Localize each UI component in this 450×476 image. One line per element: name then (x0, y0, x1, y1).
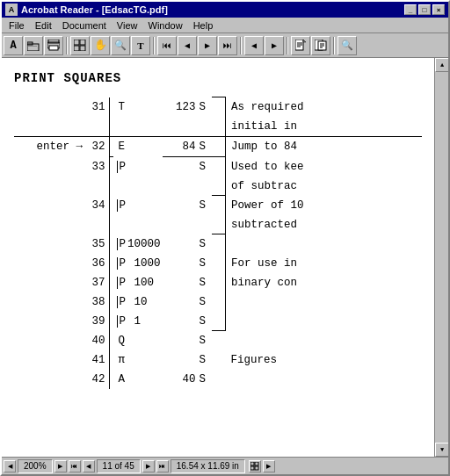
row-val: 40 (163, 370, 198, 389)
tool-zoom-btn[interactable]: 🔍 (111, 36, 130, 55)
row-val (163, 292, 198, 312)
maximize-button[interactable]: □ (418, 4, 431, 15)
row-code (113, 117, 163, 137)
row-code: π (113, 350, 163, 370)
row-code: P10000 (113, 234, 163, 254)
tool-next-btn[interactable]: ▶ (198, 36, 217, 55)
tool-prev-btn[interactable]: ◀ (178, 36, 197, 55)
menu-file[interactable]: File (4, 19, 30, 32)
row-desc: of subtrac (226, 177, 422, 196)
page-prev-btn[interactable]: ⏮ (69, 460, 81, 472)
menu-bar: File Edit Document View Window Help (2, 18, 448, 33)
row-desc (226, 331, 422, 350)
row-val (163, 254, 198, 273)
row-desc: binary con (226, 273, 422, 292)
row-desc: Used to kee (226, 156, 422, 177)
toolbar-sep-3 (240, 37, 242, 54)
svg-rect-7 (80, 40, 85, 45)
toolbar-sep-5 (333, 37, 335, 54)
row-bracket (212, 196, 226, 215)
row-val (163, 234, 198, 254)
tool-text-btn[interactable]: T (131, 36, 150, 55)
page-back-btn[interactable]: ◀ (83, 460, 95, 472)
menu-window[interactable]: Window (143, 19, 188, 32)
row-num (84, 177, 109, 196)
row-num: 37 (84, 273, 109, 292)
vertical-scrollbar[interactable]: ▲ ▼ (434, 58, 448, 457)
menu-help[interactable]: Help (188, 19, 219, 32)
minimize-button[interactable]: _ (404, 4, 417, 15)
page-last-btn[interactable]: ⏭ (156, 460, 169, 472)
row-bracket (212, 117, 226, 137)
row-val (163, 312, 198, 331)
zoom-level: 200% (18, 459, 53, 473)
row-s: S (198, 350, 212, 370)
row-s: S (198, 196, 212, 215)
row-val: 123 (163, 97, 198, 117)
row-desc: Power of 10 (226, 196, 422, 215)
row-label (14, 156, 84, 177)
row-label (14, 234, 84, 254)
row-code: Q (113, 331, 163, 350)
tool-back-btn[interactable]: ◀ (244, 36, 264, 55)
scroll-right-btn[interactable]: ▶ (263, 460, 275, 472)
row-label (14, 117, 84, 137)
table-row: 39 P 1 S (14, 312, 422, 331)
tool-last-btn[interactable]: ⏭ (218, 36, 237, 55)
table-row: of subtrac (14, 177, 422, 196)
tool-doclist-btn[interactable] (311, 36, 330, 55)
row-s: S (198, 156, 212, 177)
window-title: Acrobat Reader - [EdsacTG.pdf] (21, 4, 168, 15)
row-desc: For use in (226, 254, 422, 273)
row-val (163, 350, 198, 370)
tool-first-btn[interactable]: ⏮ (157, 36, 177, 55)
svg-rect-2 (28, 46, 37, 47)
scroll-down-btn[interactable]: ▼ (435, 443, 448, 457)
tool-search-btn[interactable]: 🔍 (338, 36, 357, 55)
scroll-up-btn[interactable]: ▲ (435, 58, 448, 72)
table-row: 35 P10000 S (14, 234, 422, 254)
row-s: S (198, 331, 212, 350)
row-desc (226, 292, 422, 312)
table-row: 38 P 10 S (14, 292, 422, 312)
menu-document[interactable]: Document (57, 19, 112, 32)
menu-edit[interactable]: Edit (30, 19, 57, 32)
close-button[interactable]: × (432, 4, 445, 15)
svg-rect-23 (255, 466, 258, 470)
table-row: subtracted (14, 215, 422, 234)
table-row: 36 P 1000 S For use in (14, 254, 422, 273)
row-bracket (212, 273, 226, 292)
table-row: 34 P S Power of 10 (14, 196, 422, 215)
zoom-increase-btn[interactable]: ▶ (54, 460, 67, 472)
table-row: 41 π S Figures (14, 350, 422, 370)
row-code: P 1 (113, 312, 163, 331)
tool-pages-btn[interactable] (70, 36, 90, 55)
svg-rect-6 (74, 40, 79, 45)
zoom-decrease-btn[interactable]: ◀ (4, 460, 16, 472)
row-bracket (212, 156, 226, 177)
row-num: 42 (84, 370, 109, 389)
tool-open-btn[interactable] (24, 36, 43, 55)
tool-font-btn[interactable]: A (4, 36, 23, 55)
row-label (14, 177, 84, 196)
document-table: 31 T 123 S As required (14, 97, 422, 389)
menu-view[interactable]: View (112, 19, 143, 32)
tool-forward-btn[interactable]: ▶ (265, 36, 284, 55)
row-num (84, 117, 109, 137)
tool-print-btn[interactable] (44, 36, 63, 55)
page-indicator: 11 of 45 (97, 459, 141, 473)
row-num: 36 (84, 254, 109, 273)
row-bracket (212, 177, 226, 196)
tool-hand-btn[interactable]: ✋ (91, 36, 110, 55)
tool-doc-btn[interactable] (291, 36, 310, 55)
row-val (163, 156, 198, 177)
toolbar-sep-1 (66, 37, 68, 54)
layout-btn[interactable] (249, 460, 261, 472)
row-desc (226, 234, 422, 254)
svg-rect-8 (74, 46, 79, 51)
page-fwd-btn[interactable]: ▶ (142, 460, 155, 472)
table-row: enter → 32 E 84 S Jump to 84 (14, 136, 422, 156)
row-label (14, 196, 84, 215)
row-label (14, 331, 84, 350)
scroll-track[interactable] (435, 72, 448, 443)
